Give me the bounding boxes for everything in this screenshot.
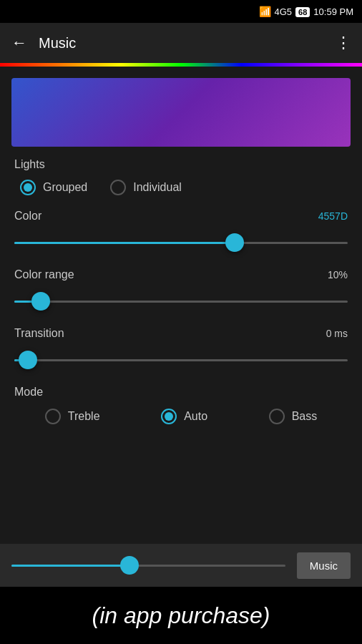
color-range-section: Color range 10% [14,268,348,314]
transition-header: Transition 0 ms [14,327,348,340]
color-label: Color [14,210,41,223]
individual-radio[interactable] [110,180,126,195]
grouped-label: Grouped [43,181,87,194]
color-range-slider-container[interactable] [14,288,348,314]
bottom-bar: Music [0,544,362,587]
transition-label: Transition [14,327,64,340]
app-bar: ← Music ⋮ [0,23,362,63]
individual-option[interactable]: Individual [110,180,182,195]
color-value: 4557D [318,210,348,222]
color-slider-fill [14,242,235,244]
wifi-icon: 📶 [259,6,271,17]
more-options-button[interactable]: ⋮ [336,34,351,52]
bass-option[interactable]: Bass [269,409,318,424]
battery-level: 68 [295,7,310,17]
auto-label: Auto [184,410,207,423]
bottom-slider-fill [11,565,132,567]
color-range-header: Color range 10% [14,268,348,281]
color-range-label: Color range [14,268,74,281]
bottom-slider-track [11,565,285,567]
status-icons: 📶 4G5 68 10:59 PM [259,5,353,18]
color-preview [11,78,351,147]
lights-label: Lights [14,158,348,171]
bass-radio[interactable] [269,409,285,424]
color-slider-container[interactable] [14,230,348,255]
iap-text: (in app purchase) [92,602,270,629]
rainbow-bar [0,63,362,67]
treble-option[interactable]: Treble [45,409,100,424]
transition-value: 0 ms [326,328,348,339]
grouped-option[interactable]: Grouped [20,180,87,195]
color-range-slider-track [14,301,348,303]
grouped-radio[interactable] [20,180,36,195]
mode-radio-group: Treble Auto Bass [14,409,348,424]
treble-label: Treble [68,410,100,423]
mode-label: Mode [14,386,348,399]
status-bar: 📶 4G5 68 10:59 PM [0,0,362,23]
lights-section: Lights Grouped Individual [14,158,348,195]
individual-label: Individual [133,181,182,194]
back-button[interactable]: ← [11,34,27,52]
transition-section: Transition 0 ms [14,327,348,373]
treble-radio[interactable] [45,409,61,424]
auto-radio[interactable] [161,409,177,424]
auto-option[interactable]: Auto [161,409,207,424]
color-section: Color 4557D [14,210,348,255]
transition-slider-container[interactable] [14,347,348,373]
bottom-slider-container[interactable] [11,552,285,578]
color-range-slider-thumb[interactable] [31,292,50,311]
bass-label: Bass [292,410,318,423]
color-slider-track [14,242,348,244]
bottom-slider-thumb[interactable] [120,556,139,575]
app-bar-title: Music [39,35,324,52]
time-display: 10:59 PM [313,6,353,17]
signal-strength-label: 4G5 [275,6,293,17]
content-area: Lights Grouped Individual Color 4557D [0,158,362,424]
transition-slider-track [14,359,348,361]
iap-bar: (in app purchase) [0,587,362,644]
color-range-value: 10% [328,269,348,280]
music-button[interactable]: Music [297,552,351,579]
lights-radio-group: Grouped Individual [14,180,348,195]
color-header: Color 4557D [14,210,348,223]
color-slider-thumb[interactable] [225,233,244,252]
mode-section: Mode Treble Auto Bass [14,386,348,424]
transition-slider-thumb[interactable] [19,351,37,369]
battery-icon: 68 [295,5,310,18]
